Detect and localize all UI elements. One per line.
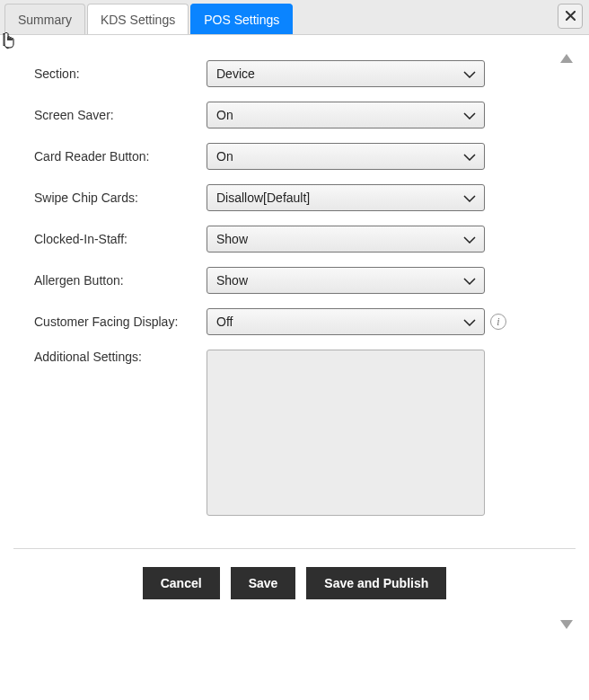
select-screen-saver-value: On — [207, 102, 485, 128]
info-icon[interactable]: i — [490, 314, 506, 330]
label-section: Section: — [34, 66, 207, 81]
form-content: Section: Device Screen Saver: On Card Re… — [0, 35, 589, 548]
row-clocked-in: Clocked-In-Staff: Show — [34, 226, 576, 253]
label-card-reader: Card Reader Button: — [34, 149, 207, 164]
tab-summary[interactable]: Summary — [4, 4, 85, 34]
label-screen-saver: Screen Saver: — [34, 108, 207, 122]
row-allergen: Allergen Button: Show — [34, 267, 576, 294]
save-button[interactable]: Save — [231, 567, 296, 599]
select-section-value: Device — [207, 60, 485, 87]
row-additional: Additional Settings: — [34, 350, 576, 516]
tab-kds-settings[interactable]: KDS Settings — [87, 4, 189, 34]
row-swipe-chip: Swipe Chip Cards: Disallow[Default] — [34, 184, 576, 211]
scroll-up-arrow[interactable] — [560, 51, 573, 66]
tab-strip: Summary KDS Settings POS Settings — [4, 4, 293, 34]
label-swipe-chip: Swipe Chip Cards: — [34, 191, 207, 205]
header-bar: Summary KDS Settings POS Settings — [0, 0, 589, 35]
tab-summary-label: Summary — [18, 13, 72, 27]
label-clocked-in: Clocked-In-Staff: — [34, 232, 207, 246]
row-screen-saver: Screen Saver: On — [34, 102, 576, 128]
select-clocked-in-value: Show — [207, 226, 485, 253]
scroll-down-arrow[interactable] — [560, 617, 573, 632]
info-icon-text: i — [497, 315, 499, 329]
select-customer-display[interactable]: Off — [207, 308, 485, 335]
close-icon — [566, 9, 576, 23]
svg-marker-0 — [560, 54, 573, 63]
additional-settings-textarea[interactable] — [207, 350, 485, 516]
select-allergen-value: Show — [207, 267, 485, 294]
tab-kds-label: KDS Settings — [101, 13, 175, 27]
row-customer-display: Customer Facing Display: Off i — [34, 308, 576, 335]
select-card-reader[interactable]: On — [207, 143, 485, 170]
tab-pos-label: POS Settings — [204, 13, 279, 27]
label-allergen: Allergen Button: — [34, 273, 207, 288]
save-publish-button[interactable]: Save and Publish — [306, 567, 446, 599]
select-card-reader-value: On — [207, 143, 485, 170]
svg-marker-1 — [560, 620, 573, 629]
select-screen-saver[interactable]: On — [207, 102, 485, 128]
select-allergen[interactable]: Show — [207, 267, 485, 294]
row-section: Section: Device — [34, 60, 576, 87]
footer-buttons: Cancel Save Save and Publish — [0, 549, 589, 617]
select-swipe-chip[interactable]: Disallow[Default] — [207, 184, 485, 211]
close-button[interactable] — [558, 4, 583, 29]
row-card-reader: Card Reader Button: On — [34, 143, 576, 170]
select-customer-display-value: Off — [207, 308, 485, 335]
tab-pos-settings[interactable]: POS Settings — [190, 4, 293, 34]
cancel-button[interactable]: Cancel — [143, 567, 220, 599]
select-section[interactable]: Device — [207, 60, 485, 87]
label-additional: Additional Settings: — [34, 350, 207, 364]
label-customer-display: Customer Facing Display: — [34, 315, 207, 329]
select-swipe-chip-value: Disallow[Default] — [207, 184, 485, 211]
select-clocked-in[interactable]: Show — [207, 226, 485, 253]
